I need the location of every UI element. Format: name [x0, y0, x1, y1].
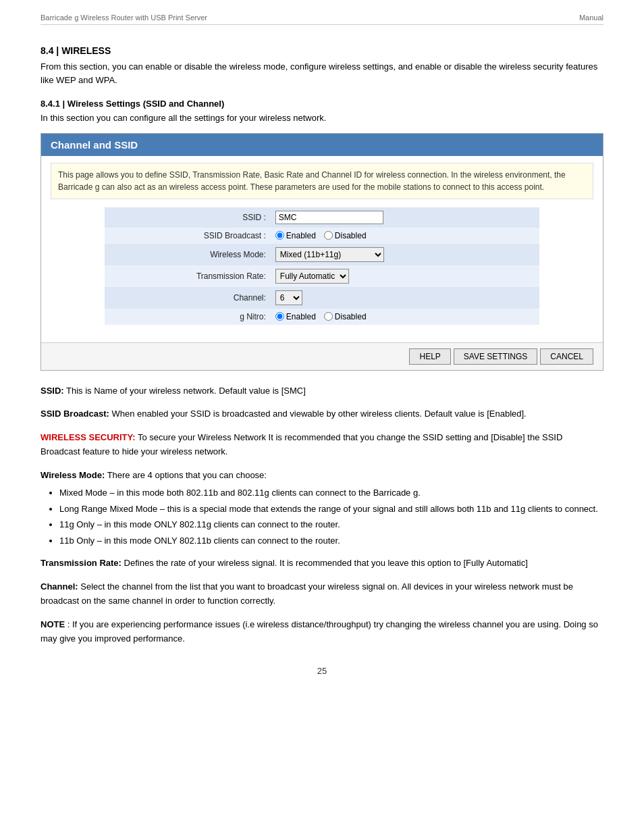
table-row: Channel: 1234 5678 91011 — [105, 287, 539, 309]
ssid-broadcast-enabled-radio[interactable] — [275, 231, 284, 240]
table-row: Wireless Mode: Mixed (11b+11g) Long Rang… — [105, 244, 539, 265]
channel-value: 1234 5678 91011 — [270, 287, 539, 309]
table-row: SSID Broadcast : Enabled Disabled — [105, 228, 539, 244]
cancel-button[interactable]: CANCEL — [540, 348, 593, 365]
table-row: g Nitro: Enabled Disabled — [105, 309, 539, 325]
ssid-desc-bold: SSID: — [41, 386, 64, 396]
panel-description: This page allows you to define SSID, Tra… — [51, 163, 593, 199]
note-text: : If you are experiencing performance is… — [41, 619, 598, 644]
section-title: 8.4 | WIRELESS — [41, 45, 603, 56]
wireless-mode-desc-text: There are 4 options that you can choose: — [107, 470, 267, 480]
panel-title: Channel and SSID — [51, 139, 138, 151]
page-number: 25 — [41, 666, 603, 676]
wireless-security-warning: WIRELESS SECURITY: — [41, 432, 136, 442]
ssid-broadcast-disabled-label[interactable]: Disabled — [324, 231, 367, 240]
transmission-rate-desc-block: Transmission Rate: Defines the rate of y… — [41, 556, 603, 571]
panel-body: This page allows you to define SSID, Tra… — [41, 156, 603, 342]
ssid-value — [270, 207, 539, 228]
ssid-broadcast-desc-block: SSID Broadcast: When enabled your SSID i… — [41, 407, 603, 421]
wireless-mode-value: Mixed (11b+11g) Long Range Mixed Mode 11… — [270, 244, 539, 265]
ssid-broadcast-disabled-radio[interactable] — [324, 231, 333, 240]
wireless-mode-select[interactable]: Mixed (11b+11g) Long Range Mixed Mode 11… — [275, 247, 384, 262]
channel-select[interactable]: 1234 5678 91011 — [275, 290, 302, 305]
g-nitro-label: g Nitro: — [105, 309, 269, 325]
list-item: Mixed Mode – in this mode both 802.11b a… — [59, 486, 603, 500]
g-nitro-disabled-radio[interactable] — [324, 312, 333, 321]
ssid-label: SSID : — [105, 207, 269, 228]
ssid-desc-block: SSID: This is Name of your wireless netw… — [41, 384, 603, 398]
channel-desc-bold: Channel: — [41, 581, 78, 592]
g-nitro-enabled-label[interactable]: Enabled — [275, 312, 316, 321]
g-nitro-value: Enabled Disabled — [270, 309, 539, 325]
wireless-mode-label: Wireless Mode: — [105, 244, 269, 265]
channel-label: Channel: — [105, 287, 269, 309]
panel-header: Channel and SSID — [41, 134, 603, 156]
subsection-title: 8.4.1 | Wireless Settings (SSID and Chan… — [41, 99, 603, 109]
save-settings-button[interactable]: SAVE SETTINGS — [454, 348, 537, 365]
g-nitro-enabled-radio[interactable] — [275, 312, 284, 321]
header-right: Manual — [579, 14, 603, 22]
page-header: Barricade g Wireless Router with USB Pri… — [41, 14, 603, 25]
subsection-intro: In this section you can configure all th… — [41, 111, 603, 125]
list-item: 11b Only – in this mode ONLY 802.11b cli… — [59, 534, 603, 548]
header-left: Barricade g Wireless Router with USB Pri… — [41, 14, 207, 22]
transmission-rate-label: Transmission Rate: — [105, 265, 269, 287]
wireless-mode-desc-bold: Wireless Mode: — [41, 470, 105, 480]
ssid-broadcast-value: Enabled Disabled — [270, 228, 539, 244]
ssid-broadcast-desc-bold: SSID Broadcast: — [41, 409, 109, 419]
ssid-input[interactable] — [275, 211, 383, 224]
wireless-mode-bullet-list: Mixed Mode – in this mode both 802.11b a… — [59, 486, 603, 547]
channel-desc-text: Select the channel from the list that yo… — [41, 581, 573, 606]
wireless-mode-desc-block: Wireless Mode: There are 4 options that … — [41, 469, 603, 548]
table-row: Transmission Rate: Fully Automatic 1Mbps… — [105, 265, 539, 287]
transmission-rate-desc-text: Defines the rate of your wireless signal… — [124, 558, 528, 568]
ssid-broadcast-desc-text: When enabled your SSID is broadcasted an… — [112, 409, 527, 419]
transmission-rate-value: Fully Automatic 1Mbps 2Mbps 5.5Mbps 11Mb… — [270, 265, 539, 287]
channel-ssid-panel: Channel and SSID This page allows you to… — [41, 133, 603, 371]
ssid-broadcast-label: SSID Broadcast : — [105, 228, 269, 244]
ssid-desc-text: This is Name of your wireless network. D… — [66, 386, 306, 396]
g-nitro-group: Enabled Disabled — [275, 312, 534, 321]
list-item: 11g Only – in this mode ONLY 802.11g cli… — [59, 518, 603, 531]
settings-form-table: SSID : SSID Broadcast : Enabled Disabled — [105, 207, 539, 325]
section-intro: From this section, you can enable or dis… — [41, 60, 603, 86]
list-item: Long Range Mixed Mode – this is a specia… — [59, 502, 603, 516]
transmission-rate-desc-bold: Transmission Rate: — [41, 558, 122, 568]
g-nitro-disabled-label[interactable]: Disabled — [324, 312, 367, 321]
note-desc-block: NOTE : If you are experiencing performan… — [41, 618, 603, 646]
table-row: SSID : — [105, 207, 539, 228]
button-row: HELP SAVE SETTINGS CANCEL — [41, 342, 603, 370]
wireless-security-desc-block: WIRELESS SECURITY: To secure your Wirele… — [41, 431, 603, 459]
ssid-broadcast-group: Enabled Disabled — [275, 231, 534, 240]
transmission-rate-select[interactable]: Fully Automatic 1Mbps 2Mbps 5.5Mbps 11Mb… — [275, 269, 349, 284]
note-bold: NOTE — [41, 619, 65, 629]
help-button[interactable]: HELP — [409, 348, 450, 365]
ssid-broadcast-enabled-label[interactable]: Enabled — [275, 231, 316, 240]
channel-desc-block: Channel: Select the channel from the lis… — [41, 580, 603, 608]
